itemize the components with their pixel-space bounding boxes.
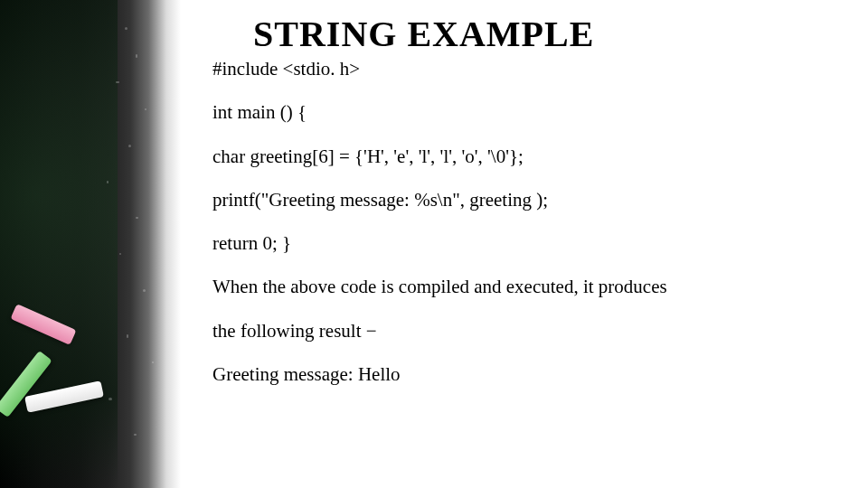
output-line: Greeting message: Hello xyxy=(212,352,832,396)
code-line-array: char greeting[6] = {'H', 'e', 'l', 'l', … xyxy=(212,135,832,178)
explain-line-1: When the above code is compiled and exec… xyxy=(212,265,832,308)
slide-body: #include <stdio. h> int main () { char g… xyxy=(212,47,832,396)
sidebar-art xyxy=(0,0,181,488)
code-line-return: return 0; } xyxy=(212,221,832,265)
chalkboard-fade xyxy=(0,0,118,488)
code-line-main: int main () { xyxy=(212,90,832,134)
explain-line-2: the following result − xyxy=(212,309,832,352)
code-line-printf: printf("Greeting message: %s\n", greetin… xyxy=(212,178,832,221)
code-line-include: #include <stdio. h> xyxy=(212,47,832,90)
slide: STRING EXAMPLE #include <stdio. h> int m… xyxy=(0,0,868,488)
